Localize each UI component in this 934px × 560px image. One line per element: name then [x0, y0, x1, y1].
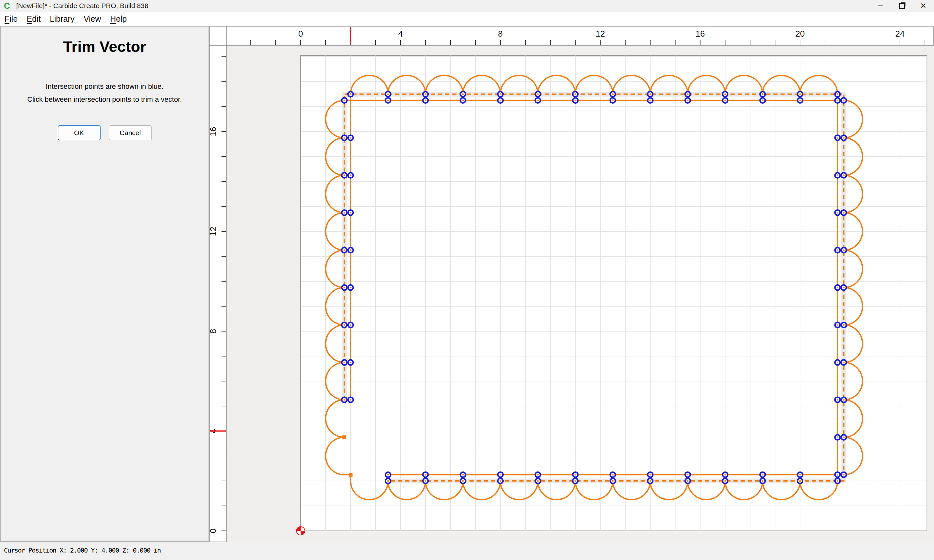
intersection-point	[342, 397, 347, 403]
menu-item-library[interactable]: Library	[45, 14, 79, 24]
intersection-point	[573, 98, 578, 103]
intersection-point	[348, 285, 353, 290]
intersection-point	[760, 478, 765, 483]
intersection-point	[348, 210, 353, 215]
intersection-point	[685, 98, 690, 103]
stock-area	[301, 55, 927, 531]
intersection-point	[348, 397, 353, 403]
intersection-point	[342, 135, 347, 140]
intersection-point	[423, 92, 428, 97]
intersection-point	[342, 98, 347, 103]
top-ruler-label: 4	[398, 29, 403, 38]
window-title: [NewFile]* - Carbide Create PRO, Build 8…	[16, 2, 148, 10]
intersection-point	[841, 323, 846, 328]
intersection-point	[835, 323, 840, 328]
restore-icon	[899, 3, 905, 9]
intersection-point	[573, 472, 578, 477]
top-ruler-label: 20	[795, 29, 805, 38]
ok-button[interactable]: OK	[58, 125, 100, 140]
intersection-point	[841, 173, 846, 178]
intersection-point	[423, 478, 428, 483]
intersection-point	[835, 135, 840, 140]
minimize-icon	[878, 6, 883, 6]
cursor-position-readout: Cursor Position X: 2.000 Y: 4.000 Z: 0.0…	[4, 546, 160, 554]
menu-item-edit[interactable]: Edit	[22, 14, 45, 24]
intersection-point	[348, 360, 353, 365]
origin-marker-icon	[296, 527, 305, 535]
menu-item-help[interactable]: Help	[106, 14, 131, 24]
intersection-point	[610, 98, 615, 103]
intersection-point	[610, 478, 615, 483]
intersection-point	[723, 472, 728, 477]
intersection-point	[835, 248, 840, 253]
intersection-point	[723, 478, 728, 483]
intersection-point	[685, 472, 690, 477]
intersection-point	[461, 92, 466, 97]
intersection-point	[835, 98, 840, 103]
top-ruler-label: 16	[696, 29, 705, 38]
title-bar: C [NewFile]* - Carbide Create PRO, Build…	[0, 0, 934, 12]
intersection-point	[535, 98, 541, 103]
intersection-point	[723, 98, 728, 103]
minimize-button[interactable]	[870, 0, 891, 12]
left-ruler	[210, 45, 227, 542]
intersection-point	[841, 472, 846, 477]
top-ruler-label: 12	[596, 29, 605, 38]
intersection-point	[841, 210, 846, 215]
left-ruler-label: 8	[209, 329, 218, 334]
intersection-point	[797, 92, 803, 97]
intersection-point	[461, 98, 466, 103]
left-ruler-label: 12	[209, 227, 218, 236]
intersection-point	[835, 173, 840, 178]
restore-button[interactable]	[891, 0, 912, 12]
intersection-point	[498, 472, 503, 477]
intersection-point	[498, 92, 503, 97]
app-logo-icon: C	[4, 0, 14, 12]
intersection-point	[835, 397, 840, 403]
vector-endpoint-marker	[348, 473, 353, 477]
intersection-point	[535, 92, 541, 97]
cancel-button[interactable]: Cancel	[109, 125, 152, 140]
intersection-point	[498, 478, 503, 483]
intersection-point	[647, 92, 653, 97]
menu-item-file[interactable]: File	[0, 14, 22, 24]
intersection-point	[647, 98, 653, 103]
intersection-point	[841, 135, 846, 140]
trim-vector-panel: Trim Vector Intersection points are show…	[0, 26, 209, 542]
left-ruler-label: 16	[209, 127, 218, 137]
intersection-point	[385, 92, 391, 97]
window-controls: ✕	[870, 0, 934, 12]
intersection-point	[348, 173, 353, 178]
intersection-point	[610, 92, 615, 97]
intersection-point	[835, 360, 840, 365]
intersection-point	[647, 478, 653, 483]
intersection-point	[841, 248, 846, 253]
top-ruler-label: 0	[298, 29, 303, 38]
instruction-line-2: Click between intersection points to tri…	[1, 93, 208, 106]
intersection-point	[535, 478, 541, 483]
intersection-point	[573, 92, 578, 97]
intersection-point	[461, 478, 466, 483]
intersection-point	[835, 472, 840, 477]
panel-title: Trim Vector	[1, 38, 208, 55]
intersection-point	[797, 98, 803, 103]
intersection-point	[535, 472, 541, 477]
intersection-point	[385, 472, 391, 477]
top-ruler-label: 24	[895, 29, 905, 38]
panel-instructions: Intersection points are shown in blue. C…	[1, 80, 208, 106]
intersection-point	[797, 472, 803, 477]
intersection-point	[841, 285, 846, 290]
intersection-point	[342, 248, 347, 253]
intersection-point	[423, 98, 428, 103]
intersection-point	[723, 92, 728, 97]
intersection-point	[841, 360, 846, 365]
intersection-point	[841, 98, 846, 103]
vector-endpoint-marker	[342, 435, 346, 439]
close-button[interactable]: ✕	[912, 0, 934, 12]
intersection-point	[760, 472, 765, 477]
menu-item-view[interactable]: View	[79, 14, 106, 24]
status-bar: Cursor Position X: 2.000 Y: 4.000 Z: 0.0…	[0, 543, 934, 560]
intersection-point	[423, 472, 428, 477]
intersection-point	[461, 472, 466, 477]
drawing-canvas[interactable]: 048121620240481216	[209, 26, 934, 543]
